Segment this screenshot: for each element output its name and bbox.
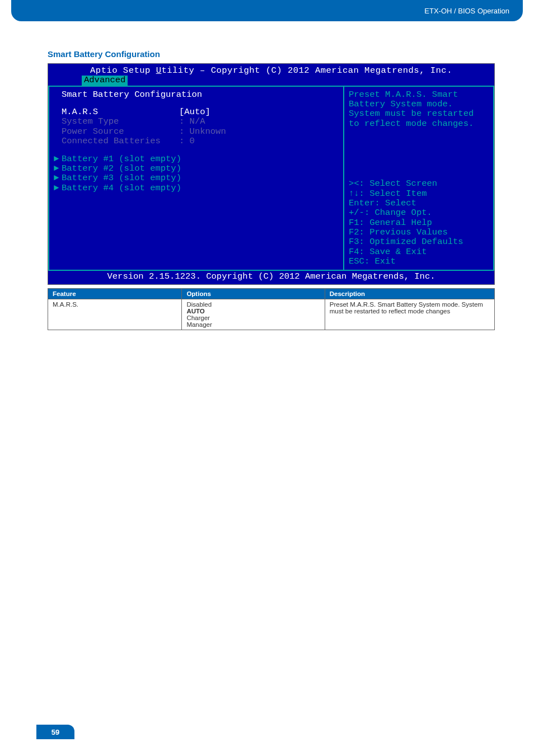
- item-label: Power Source: [62, 127, 179, 137]
- item-value: : N/A: [179, 117, 205, 126]
- bios-titlebar: Aptio Setup Utility – Copyright (C) 2012…: [48, 64, 494, 86]
- item-label: System Type: [62, 117, 179, 126]
- page-number-badge: 59: [36, 725, 74, 739]
- table-row: M.A.R.S. Disabled AUTO Charger Manager P…: [48, 299, 495, 330]
- submenu-battery-3[interactable]: ►Battery #3 (slot empty): [54, 173, 339, 183]
- bios-item-connected-batteries: Connected Batteries : 0: [54, 137, 339, 146]
- nav-line: F3: Optimized Defaults: [349, 237, 489, 247]
- title-hotkey: U: [156, 65, 162, 76]
- submenu-label: Battery #1 (slot empty): [62, 154, 181, 164]
- nav-line: F1: General Help: [349, 218, 489, 228]
- item-value: : 0: [179, 137, 195, 146]
- cell-options: Disabled AUTO Charger Manager: [182, 299, 325, 330]
- breadcrumb: ETX-OH / BIOS Operation: [424, 7, 509, 15]
- submenu-label: Battery #3 (slot empty): [62, 173, 181, 183]
- submenu-arrow-icon: ►: [54, 173, 62, 183]
- option-value-default: AUTO: [186, 308, 320, 314]
- submenu-arrow-icon: ►: [54, 154, 62, 164]
- nav-line: +/-: Change Opt.: [349, 208, 489, 218]
- title-rest: tility – Copyright (C) 2012 American Meg…: [161, 65, 452, 76]
- bios-panel-heading: Smart Battery Configuration: [54, 90, 339, 100]
- nav-line: ↑↓: Select Item: [349, 189, 489, 199]
- bios-utility-title: Aptio Setup Utility – Copyright (C) 2012…: [48, 66, 494, 76]
- cell-feature: M.A.R.S.: [48, 299, 182, 330]
- option-value: Charger: [186, 314, 320, 321]
- bios-help-panel: Preset M.A.R.S. Smart Battery System mod…: [343, 87, 494, 270]
- item-label: Connected Batteries: [62, 137, 179, 146]
- nav-line: F2: Previous Values: [349, 228, 489, 237]
- bios-item-mars[interactable]: M.A.R.S [Auto]: [54, 107, 339, 117]
- option-value: Manager: [186, 321, 320, 328]
- submenu-arrow-icon: ►: [54, 164, 62, 173]
- submenu-label: Battery #2 (slot empty): [62, 163, 181, 173]
- item-label: M.A.R.S: [62, 107, 179, 117]
- option-value: Disabled: [186, 301, 320, 308]
- nav-line: ><: Select Screen: [349, 179, 489, 189]
- page-header: ETX-OH / BIOS Operation: [11, 0, 523, 21]
- spacer: [349, 129, 489, 179]
- item-value: : Unknown: [179, 127, 226, 137]
- submenu-battery-4[interactable]: ►Battery #4 (slot empty): [54, 184, 339, 193]
- th-feature: Feature: [48, 288, 182, 299]
- table-header-row: Feature Options Description: [48, 288, 495, 299]
- th-description: Description: [325, 288, 494, 299]
- th-options: Options: [182, 288, 325, 299]
- bios-item-system-type: System Type : N/A: [54, 117, 339, 126]
- feature-options-table: Feature Options Description M.A.R.S. Dis…: [48, 288, 495, 330]
- bios-help-text: Preset M.A.R.S. Smart Battery System mod…: [349, 90, 489, 129]
- submenu-arrow-icon: ►: [54, 184, 62, 193]
- submenu-battery-1[interactable]: ►Battery #1 (slot empty): [54, 154, 339, 164]
- nav-hints: ><: Select Screen ↑↓: Select Item Enter:…: [349, 179, 489, 266]
- bios-tab-row: Advanced: [48, 76, 494, 85]
- section-title: Smart Battery Configuration: [48, 49, 495, 59]
- spacer: [54, 147, 339, 154]
- bios-screenshot: Aptio Setup Utility – Copyright (C) 2012…: [48, 63, 495, 285]
- nav-line: F4: Save & Exit: [349, 247, 489, 257]
- nav-line: ESC: Exit: [349, 257, 489, 266]
- submenu-battery-2[interactable]: ►Battery #2 (slot empty): [54, 164, 339, 173]
- submenu-label: Battery #4 (slot empty): [62, 183, 181, 193]
- title-prefix: Aptio Setup: [90, 65, 156, 76]
- bios-version-footer: Version 2.15.1223. Copyright (C) 2012 Am…: [48, 271, 494, 284]
- spacer: [54, 100, 339, 107]
- item-value: [Auto]: [179, 107, 210, 117]
- nav-line: Enter: Select: [349, 199, 489, 208]
- tab-advanced[interactable]: Advanced: [82, 76, 128, 85]
- bios-main-panel: Smart Battery Configuration M.A.R.S [Aut…: [48, 87, 343, 270]
- bios-item-power-source: Power Source : Unknown: [54, 127, 339, 137]
- page-content: Smart Battery Configuration Aptio Setup …: [0, 21, 534, 330]
- bios-body: Smart Battery Configuration M.A.R.S [Aut…: [48, 86, 494, 271]
- cell-description: Preset M.A.R.S. Smart Battery System mod…: [325, 299, 494, 330]
